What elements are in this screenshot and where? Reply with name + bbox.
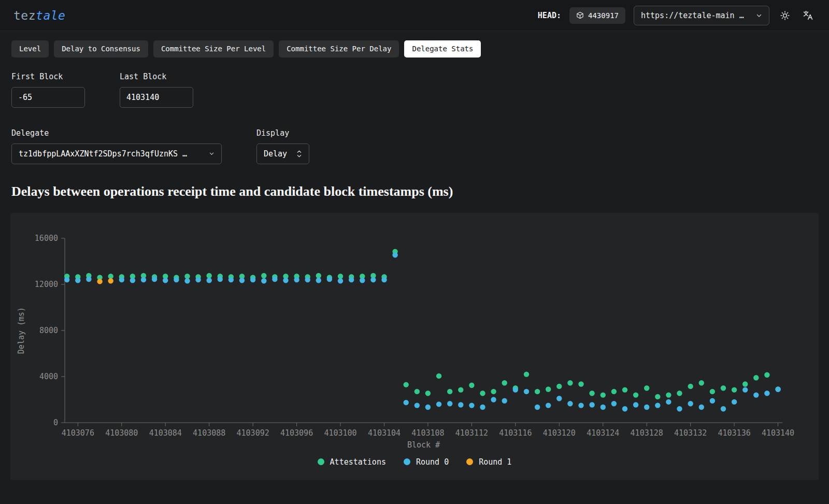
data-point[interactable] bbox=[283, 278, 288, 283]
data-point[interactable] bbox=[567, 380, 573, 385]
data-point[interactable] bbox=[207, 278, 212, 283]
data-point[interactable] bbox=[239, 278, 245, 283]
data-point[interactable] bbox=[546, 402, 551, 408]
data-point[interactable] bbox=[524, 371, 529, 377]
data-point[interactable] bbox=[764, 372, 769, 377]
data-point[interactable] bbox=[699, 380, 704, 385]
data-point[interactable] bbox=[458, 387, 463, 392]
tab-committee-size-per-delay[interactable]: Committee Size Per Delay bbox=[279, 40, 399, 57]
data-point[interactable] bbox=[556, 383, 562, 388]
data-point[interactable] bbox=[392, 252, 397, 257]
data-point[interactable] bbox=[414, 402, 420, 408]
data-point[interactable] bbox=[524, 388, 529, 394]
data-point[interactable] bbox=[250, 277, 255, 282]
data-point[interactable] bbox=[589, 402, 594, 407]
data-point[interactable] bbox=[742, 387, 748, 392]
head-block-badge[interactable]: 4430917 bbox=[569, 7, 625, 24]
data-point[interactable] bbox=[775, 386, 780, 392]
data-point[interactable] bbox=[721, 385, 726, 391]
data-point[interactable] bbox=[327, 277, 332, 282]
tab-committee-size-per-level[interactable]: Committee Size Per Level bbox=[153, 40, 274, 57]
data-point[interactable] bbox=[567, 401, 573, 406]
data-point[interactable] bbox=[261, 273, 266, 278]
data-point[interactable] bbox=[360, 278, 365, 283]
data-point[interactable] bbox=[458, 402, 463, 407]
data-point[interactable] bbox=[86, 277, 91, 282]
data-point[interactable] bbox=[666, 399, 671, 404]
language-button[interactable] bbox=[801, 8, 816, 23]
data-point[interactable] bbox=[370, 277, 376, 282]
data-point[interactable] bbox=[502, 398, 507, 403]
delegate-select[interactable]: tz1dbfppLAAxXZNtf2SDps7rch3qfUznKS … bbox=[11, 143, 222, 164]
data-point[interactable] bbox=[218, 277, 223, 282]
endpoint-select[interactable]: https://teztale-main … bbox=[634, 6, 769, 25]
theme-toggle-button[interactable] bbox=[778, 8, 792, 23]
data-point[interactable] bbox=[152, 277, 157, 282]
data-point[interactable] bbox=[184, 278, 190, 283]
data-point[interactable] bbox=[611, 401, 617, 406]
data-point[interactable] bbox=[710, 388, 715, 394]
data-point[interactable] bbox=[97, 279, 102, 284]
data-point[interactable] bbox=[655, 394, 660, 399]
data-point[interactable] bbox=[174, 277, 179, 282]
data-point[interactable] bbox=[447, 401, 452, 406]
data-point[interactable] bbox=[677, 406, 682, 411]
data-point[interactable] bbox=[469, 402, 474, 408]
tab-delegate-stats[interactable]: Delegate Stats bbox=[404, 40, 481, 57]
data-point[interactable] bbox=[611, 388, 617, 394]
data-point[interactable] bbox=[732, 387, 737, 392]
data-point[interactable] bbox=[349, 277, 354, 282]
data-point[interactable] bbox=[163, 278, 168, 283]
data-point[interactable] bbox=[677, 391, 682, 396]
data-point[interactable] bbox=[316, 273, 321, 278]
data-point[interactable] bbox=[491, 397, 496, 402]
tab-delay-to-consensus[interactable]: Delay to Consensus bbox=[54, 40, 148, 57]
data-point[interactable] bbox=[119, 277, 124, 282]
data-point[interactable] bbox=[688, 401, 693, 406]
scatter-chart[interactable]: 0400080001200016000410307641030804103084… bbox=[10, 216, 819, 454]
data-point[interactable] bbox=[207, 273, 212, 278]
data-point[interactable] bbox=[436, 373, 441, 378]
data-point[interactable] bbox=[699, 405, 704, 410]
data-point[interactable] bbox=[535, 388, 540, 394]
data-point[interactable] bbox=[589, 391, 594, 396]
data-point[interactable] bbox=[710, 398, 715, 403]
data-point[interactable] bbox=[546, 386, 551, 392]
legend-item[interactable]: Attestations bbox=[318, 457, 386, 467]
display-select[interactable]: Delay bbox=[256, 143, 309, 164]
data-point[interactable] bbox=[404, 382, 409, 387]
data-point[interactable] bbox=[436, 401, 441, 407]
data-point[interactable] bbox=[601, 405, 606, 410]
data-point[interactable] bbox=[644, 405, 649, 410]
data-point[interactable] bbox=[601, 392, 606, 397]
data-point[interactable] bbox=[75, 278, 80, 283]
data-point[interactable] bbox=[108, 278, 113, 283]
data-point[interactable] bbox=[272, 277, 277, 282]
data-point[interactable] bbox=[633, 392, 638, 397]
first-block-input[interactable] bbox=[11, 87, 85, 108]
data-point[interactable] bbox=[480, 391, 485, 396]
data-point[interactable] bbox=[721, 406, 726, 411]
data-point[interactable] bbox=[338, 273, 343, 279]
data-point[interactable] bbox=[294, 277, 299, 282]
legend-item[interactable]: Round 0 bbox=[404, 457, 449, 467]
last-block-input[interactable] bbox=[120, 87, 193, 108]
data-point[interactable] bbox=[108, 273, 113, 279]
data-point[interactable] bbox=[480, 405, 485, 410]
data-point[interactable] bbox=[491, 388, 496, 394]
data-point[interactable] bbox=[338, 278, 343, 283]
data-point[interactable] bbox=[622, 406, 627, 411]
data-point[interactable] bbox=[228, 277, 234, 282]
data-point[interactable] bbox=[64, 277, 69, 282]
data-point[interactable] bbox=[130, 278, 135, 283]
data-point[interactable] bbox=[316, 278, 321, 283]
data-point[interactable] bbox=[622, 387, 627, 392]
data-point[interactable] bbox=[742, 381, 748, 386]
legend-item[interactable]: Round 1 bbox=[466, 457, 511, 467]
data-point[interactable] bbox=[633, 402, 638, 407]
data-point[interactable] bbox=[305, 277, 310, 282]
data-point[interactable] bbox=[469, 382, 474, 387]
data-point[interactable] bbox=[425, 391, 431, 396]
data-point[interactable] bbox=[535, 405, 540, 410]
data-point[interactable] bbox=[425, 405, 431, 410]
